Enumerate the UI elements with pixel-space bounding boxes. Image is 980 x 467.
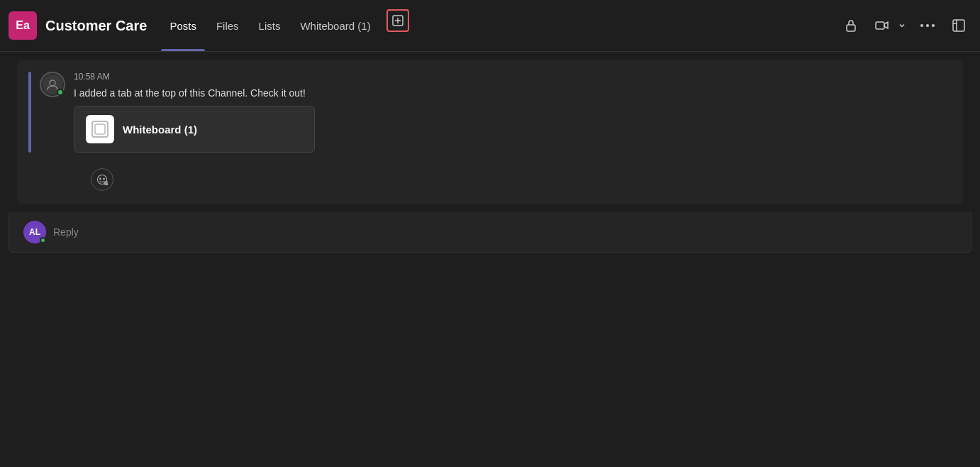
team-icon: Ea <box>9 11 37 40</box>
reply-online-dot <box>40 237 46 243</box>
whiteboard-card-label: Whiteboard (1) <box>123 123 197 136</box>
whiteboard-icon <box>86 115 114 143</box>
sender-avatar <box>40 72 65 97</box>
header-actions <box>838 13 971 38</box>
popout-button[interactable] <box>946 13 971 38</box>
svg-point-14 <box>104 178 105 180</box>
channel-name: Customer Care <box>45 18 147 34</box>
nav-tabs: Posts Files Lists Whiteboard (1) <box>161 0 408 51</box>
message-timestamp: 10:58 AM <box>74 72 110 82</box>
tab-files[interactable]: Files <box>208 0 247 51</box>
svg-rect-4 <box>876 22 884 29</box>
svg-point-6 <box>926 24 929 27</box>
svg-rect-3 <box>847 25 855 31</box>
svg-rect-11 <box>95 124 105 134</box>
reply-avatar: AL <box>23 221 46 243</box>
online-status-dot <box>57 89 64 96</box>
svg-point-9 <box>50 80 55 86</box>
add-tab-button[interactable] <box>386 9 409 32</box>
tab-posts[interactable]: Posts <box>161 0 205 51</box>
message-thread: 10:58 AM I added a tab at the top of thi… <box>9 60 971 253</box>
video-button-group <box>869 13 909 38</box>
header: Ea Customer Care Posts Files Lists White… <box>0 0 980 52</box>
reply-placeholder[interactable]: Reply <box>53 226 79 238</box>
lock-button[interactable] <box>838 13 864 38</box>
svg-rect-8 <box>953 20 964 31</box>
message-card: 10:58 AM I added a tab at the top of thi… <box>17 60 963 204</box>
add-reaction-button[interactable] <box>91 168 113 191</box>
video-chevron-button[interactable] <box>895 13 909 38</box>
reply-area: AL Reply <box>9 212 971 253</box>
svg-point-7 <box>932 24 935 27</box>
message-meta: 10:58 AM I added a tab at the top of thi… <box>74 72 952 153</box>
tab-whiteboard[interactable]: Whiteboard (1) <box>291 0 379 51</box>
message-row: 10:58 AM I added a tab at the top of thi… <box>28 72 952 153</box>
reaction-area <box>28 161 952 192</box>
tab-lists[interactable]: Lists <box>250 0 289 51</box>
accent-bar <box>28 72 31 153</box>
main-content: 10:58 AM I added a tab at the top of thi… <box>0 52 980 467</box>
message-text: I added a tab at the top of this Channel… <box>74 87 952 99</box>
more-options-button[interactable] <box>915 13 940 38</box>
svg-point-5 <box>920 24 923 27</box>
whiteboard-card[interactable]: Whiteboard (1) <box>74 106 315 153</box>
video-call-button[interactable] <box>869 13 895 38</box>
svg-point-13 <box>100 178 101 180</box>
